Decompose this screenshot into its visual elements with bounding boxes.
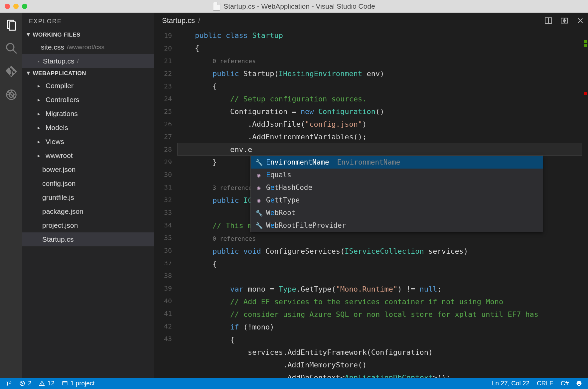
folder-item[interactable]: Controllers — [22, 93, 154, 107]
overview-ruler[interactable] — [582, 29, 588, 378]
tree-item-label: package.json — [42, 207, 83, 215]
svg-point-14 — [563, 19, 566, 22]
tree-item-label: project.json — [42, 221, 78, 229]
file-item[interactable]: config.json — [22, 177, 154, 191]
tree-item-label: config.json — [42, 180, 75, 188]
status-git-branch[interactable] — [6, 380, 12, 386]
folder-item[interactable]: Views — [22, 135, 154, 149]
suggest-item[interactable]: ◉GetHashCode — [251, 181, 543, 194]
explorer-sidebar: EXPLORE ▶ WORKING FILES site.css/wwwroot… — [22, 13, 154, 378]
folder-item[interactable]: Models — [22, 121, 154, 135]
chevron-right-icon — [38, 153, 42, 158]
tree-item-label: gruntfile.js — [42, 194, 74, 201]
svg-point-19 — [10, 382, 11, 383]
suggest-detail: EnvironmentName — [337, 158, 400, 166]
file-name: site.css — [41, 43, 64, 51]
working-files-section[interactable]: ▶ WORKING FILES — [22, 30, 154, 40]
git-icon[interactable] — [5, 65, 18, 78]
tab-active-name[interactable]: Startup.cs — [162, 16, 195, 25]
overview-mark — [584, 40, 587, 43]
tree-item-label: Models — [46, 124, 68, 132]
suggest-item[interactable]: ◉GettType — [251, 194, 543, 206]
status-warnings[interactable]: 12 — [39, 380, 55, 387]
file-item[interactable]: bower.json — [22, 163, 154, 177]
suggest-item[interactable]: 🔧WebRoot — [251, 206, 543, 219]
traffic-lights — [5, 4, 27, 9]
file-hint: /wwwroot/css — [67, 44, 104, 51]
editor-group: Startup.cs / 192021222324252627282930313… — [154, 13, 588, 378]
folder-item[interactable]: Migrations — [22, 107, 154, 121]
project-section[interactable]: ▶ WEBAPPLICATION — [22, 68, 154, 79]
close-window-button[interactable] — [5, 4, 10, 9]
tree-item-label: Views — [46, 138, 64, 146]
chevron-right-icon — [38, 97, 42, 102]
file-name: Startup.cs — [43, 57, 74, 65]
line-numbers: 1920212223242526272829303132333435363738… — [154, 29, 177, 345]
project-tree: CompilerControllersMigrationsModelsViews… — [22, 79, 154, 246]
compare-icon[interactable] — [560, 16, 569, 25]
status-errors[interactable]: 2 — [19, 380, 32, 387]
chevron-right-icon — [38, 111, 42, 116]
titlebar: Startup.cs - WebApplication - Visual Stu… — [0, 0, 588, 13]
tree-item-label: Controllers — [46, 96, 79, 104]
tab-active-hint: / — [198, 16, 200, 25]
file-item[interactable]: project.json — [22, 218, 154, 232]
dirty-indicator: ● — [38, 60, 40, 63]
project-label: WEBAPPLICATION — [33, 70, 86, 77]
chevron-down-icon: ▶ — [26, 33, 31, 37]
status-eol[interactable]: CRLF — [537, 380, 553, 387]
svg-point-18 — [7, 384, 8, 386]
status-bar: 2 12 1 project Ln 27, Col 22 CRLF C# — [0, 378, 588, 389]
overview-mark — [584, 44, 587, 47]
status-projects[interactable]: 1 project — [62, 380, 95, 387]
close-editor-icon[interactable] — [576, 16, 585, 25]
status-warnings-count: 12 — [48, 380, 55, 387]
explorer-icon[interactable] — [5, 19, 18, 31]
tree-item-label: Startup.cs — [42, 235, 74, 243]
suggest-widget[interactable]: 🔧EnvironmentNameEnvironmentName◉Equals◉G… — [250, 156, 543, 232]
tree-item-label: bower.json — [42, 166, 75, 174]
cube-icon: ◉ — [255, 172, 262, 179]
suggest-item[interactable]: ◉Equals — [251, 169, 543, 181]
status-feedback-icon[interactable] — [576, 380, 582, 386]
zoom-window-button[interactable] — [22, 4, 27, 9]
status-language[interactable]: C# — [561, 380, 569, 387]
editor-tabline: Startup.cs / — [154, 13, 588, 29]
tree-item-label: Compiler — [46, 82, 74, 90]
minimize-window-button[interactable] — [13, 4, 19, 9]
folder-item[interactable]: wwwroot — [22, 149, 154, 163]
overview-mark — [584, 92, 587, 95]
working-files-list: site.css/wwwroot/css●Startup.cs/ — [22, 40, 154, 68]
working-file-item[interactable]: site.css/wwwroot/css — [22, 40, 154, 54]
chevron-down-icon: ▶ — [26, 72, 31, 75]
editor-body[interactable]: 1920212223242526272829303132333435363738… — [154, 29, 588, 378]
sidebar-title: EXPLORE — [22, 13, 154, 30]
file-item[interactable]: gruntfile.js — [22, 191, 154, 204]
working-file-item[interactable]: ●Startup.cs/ — [22, 54, 154, 68]
file-item[interactable]: package.json — [22, 204, 154, 218]
suggest-item[interactable]: 🔧EnvironmentNameEnvironmentName — [251, 156, 543, 169]
cube-icon: ◉ — [255, 184, 262, 191]
svg-rect-1 — [9, 22, 15, 30]
working-files-label: WORKING FILES — [33, 32, 80, 38]
folder-item[interactable]: Compiler — [22, 79, 154, 93]
chevron-right-icon — [38, 139, 42, 144]
search-icon[interactable] — [5, 42, 18, 55]
file-hint: / — [77, 58, 79, 65]
split-editor-icon[interactable] — [544, 16, 553, 25]
debug-icon[interactable] — [5, 88, 18, 101]
svg-rect-25 — [63, 382, 67, 385]
wrench-icon: 🔧 — [255, 159, 262, 166]
file-item[interactable]: Startup.cs — [22, 232, 154, 246]
chevron-right-icon — [38, 125, 42, 130]
tree-item-label: wwwroot — [46, 152, 73, 160]
cube-icon: ◉ — [255, 197, 262, 204]
wrench-icon: 🔧 — [255, 209, 262, 216]
suggest-item[interactable]: 🔧WebRootFileProvider — [251, 219, 543, 232]
wrench-icon: 🔧 — [255, 222, 262, 229]
svg-line-3 — [13, 50, 16, 54]
tree-item-label: Migrations — [46, 110, 78, 118]
status-ln-col[interactable]: Ln 27, Col 22 — [492, 380, 529, 387]
svg-point-17 — [7, 381, 8, 382]
svg-point-29 — [580, 382, 580, 383]
